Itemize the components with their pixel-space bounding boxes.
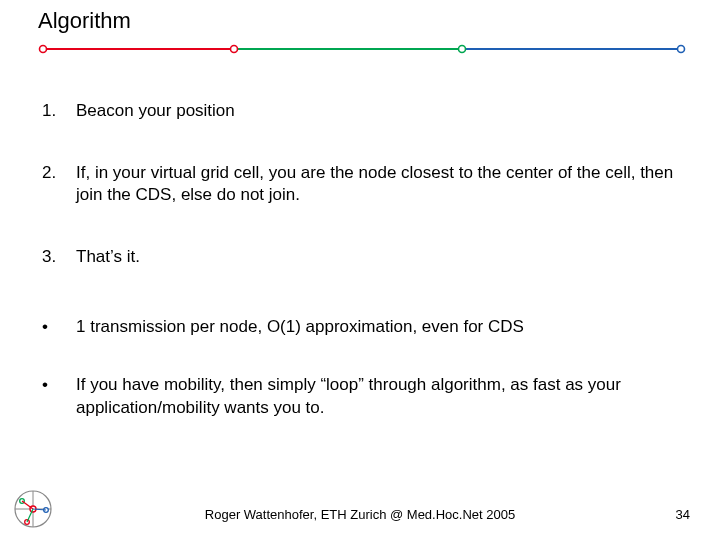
slide-title: Algorithm: [38, 8, 131, 34]
divider-line-icon: [38, 44, 686, 54]
svg-point-5: [459, 46, 466, 53]
list-marker: 1.: [38, 100, 76, 122]
list-text: Beacon your position: [76, 100, 678, 122]
list-item: • If you have mobility, then simply “loo…: [38, 374, 678, 418]
list-text: If, in your virtual grid cell, you are t…: [76, 162, 678, 206]
bullet-marker: •: [38, 374, 76, 396]
content-area: 1. Beacon your position 2. If, in your v…: [38, 100, 678, 455]
bullet-marker: •: [38, 316, 76, 338]
list-item: 2. If, in your virtual grid cell, you ar…: [38, 162, 678, 206]
list-text: If you have mobility, then simply “loop”…: [76, 374, 678, 418]
list-item: 3. That’s it.: [38, 246, 678, 268]
list-marker: 3.: [38, 246, 76, 268]
footer-text: Roger Wattenhofer, ETH Zurich @ Med.Hoc.…: [0, 507, 720, 522]
svg-point-4: [231, 46, 238, 53]
list-item: 1. Beacon your position: [38, 100, 678, 122]
list-text: That’s it.: [76, 246, 678, 268]
svg-point-3: [40, 46, 47, 53]
slide: Algorithm 1. Beacon your position 2. If,…: [0, 0, 720, 540]
svg-point-6: [678, 46, 685, 53]
list-text: 1 transmission per node, O(1) approximat…: [76, 316, 678, 338]
page-number: 34: [676, 507, 690, 522]
list-marker: 2.: [38, 162, 76, 184]
list-item: • 1 transmission per node, O(1) approxim…: [38, 316, 678, 338]
